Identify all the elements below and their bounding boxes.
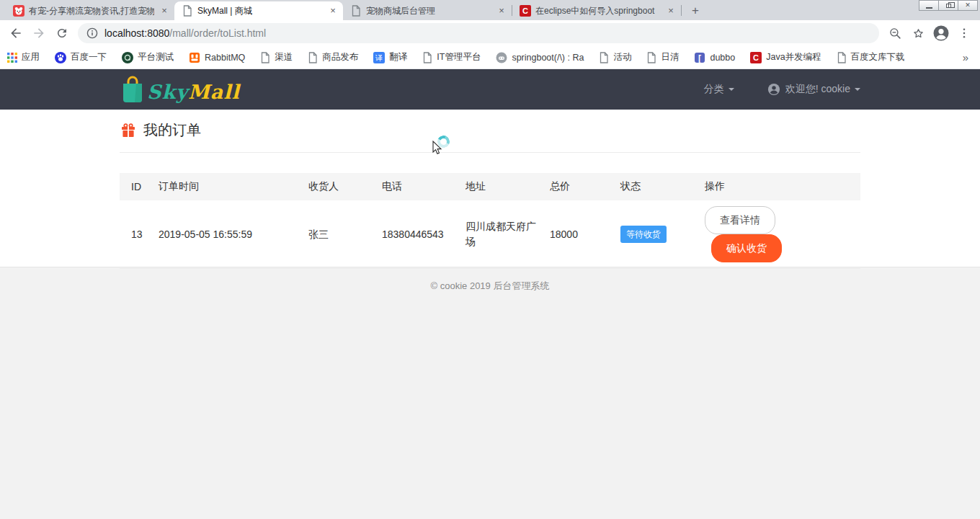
column-header-id: ID [120,173,153,200]
bookmark-dubbo[interactable]: [ dubbo [694,52,735,63]
svg-text:C: C [522,6,528,15]
tab-title: 有宠-分享潮流宠物资讯,打造宠物 [29,5,154,17]
nav-user-dropdown[interactable]: 欢迎您! cookie [767,83,860,96]
back-arrow-icon [9,26,23,40]
bookmark-platform-test[interactable]: 平台测试 [122,51,174,63]
footer-text: © cookie 2019 后台管理系统 [431,280,550,291]
dog-favicon-icon [13,5,24,17]
view-detail-button[interactable]: 查看详情 [705,206,775,234]
minimize-icon [926,7,932,9]
skymall-logo[interactable]: SkyMall [120,75,240,104]
zoom-indicator-button[interactable] [885,23,905,43]
cell-actions: 查看详情 确认收货 [699,200,860,269]
green-circle-icon [122,52,133,63]
orders-table: ID 订单时间 收货人 电话 地址 总价 状态 操作 13 2019-05-05… [120,173,860,269]
restore-icon [946,4,951,8]
bookmark-label: 商品发布 [322,51,358,63]
bookmark-it-platform[interactable]: IT管理平台 [422,51,481,63]
window-close-button[interactable]: ✕ [958,0,978,11]
logo-text: SkyMall [147,82,240,102]
svg-text:译: 译 [375,54,383,62]
forward-button[interactable] [29,23,49,43]
document-favicon-icon [350,5,362,17]
site-navbar: SkyMall 分类 欢迎您! cookie [0,69,980,110]
tab-title: 在eclipse中如何导入springboot [535,5,661,17]
document-icon [599,52,609,63]
tab-close-icon[interactable]: × [665,5,677,17]
tab-pet-admin[interactable]: 宠物商城后台管理 × [343,1,512,20]
bookmarks-overflow-chevron-icon[interactable]: » [958,51,973,63]
chevron-down-icon [729,88,734,94]
bookmark-apps[interactable]: 应用 [7,51,40,63]
bookmark-riqing[interactable]: 日清 [646,51,679,63]
new-tab-button[interactable]: + [686,1,705,20]
bookmark-product-publish[interactable]: 商品发布 [308,51,358,63]
bookmark-activity[interactable]: 活动 [599,51,631,63]
tab-strip: 有宠-分享潮流宠物资讯,打造宠物 × SkyMall | 商城 × 宠物商城后台… [0,0,980,20]
bookmark-label: 平台测试 [138,51,174,63]
svg-text:C: C [753,53,759,62]
nav-category-dropdown[interactable]: 分类 [704,83,734,96]
bookmark-rabbitmq[interactable]: RabbitMQ [189,52,245,63]
address-bar[interactable]: localhost:8080/mall/order/toList.html [78,23,879,43]
zoom-out-icon [888,27,902,40]
tab-close-icon[interactable]: × [159,5,170,17]
tab-separator [681,5,682,16]
column-header-actions: 操作 [699,173,860,200]
table-header-row: ID 订单时间 收货人 电话 地址 总价 状态 操作 [120,173,860,200]
column-header-receiver: 收货人 [303,173,376,200]
column-header-address: 地址 [460,173,544,200]
bookmark-baidu-wenku[interactable]: 百度文库下载 [837,51,905,63]
bookmark-translate[interactable]: 译 翻译 [373,51,407,63]
bookmark-springboot[interactable]: springboot(/\) : Ra [496,52,584,63]
bookmark-java-concurrency[interactable]: C Java并发编程 [750,51,821,63]
bookmark-label: IT管理平台 [437,51,481,63]
cell-order-time: 2019-05-05 16:55:59 [153,200,303,269]
cell-total-price: 18000 [544,200,615,269]
refresh-button[interactable] [52,23,72,43]
title-divider [120,152,860,153]
bookmark-baidu[interactable]: 百度一下 [55,51,107,63]
table-row: 13 2019-05-05 16:55:59 张三 18380446543 四川… [120,200,860,269]
tab-csdn-eclipse[interactable]: C 在eclipse中如何导入springboot × [512,1,681,20]
tab-close-icon[interactable]: × [496,5,507,17]
baidu-paw-icon [55,52,66,63]
bookmark-label: 百度一下 [71,51,107,63]
browser-menu-button[interactable] [954,23,974,43]
bookmark-label: 百度文库下载 [851,51,905,63]
three-dot-menu-icon [958,27,971,40]
column-header-total: 总价 [544,173,615,200]
avatar-icon [932,25,950,42]
forward-arrow-icon [32,26,46,40]
tab-youchong[interactable]: 有宠-分享潮流宠物资讯,打造宠物 × [6,1,174,20]
bookmark-star-button[interactable] [908,23,928,43]
cell-address: 四川成都天府广场 [460,200,544,269]
window-minimize-button[interactable] [919,0,939,11]
tab-close-icon[interactable]: × [327,5,339,17]
document-icon [422,52,432,63]
page-title: 我的订单 [143,120,201,140]
bookmark-channel[interactable]: 渠道 [260,51,293,63]
dubbo-icon: [ [694,52,705,63]
tab-skymall[interactable]: SkyMall | 商城 × [174,1,343,20]
bookmark-label: 应用 [22,51,40,63]
svg-text:[: [ [698,53,701,63]
back-button[interactable] [6,23,26,43]
welcome-label: 欢迎您! cookie [785,83,850,96]
bookmark-label: 日清 [661,51,679,63]
rabbitmq-icon [189,52,200,63]
close-icon: ✕ [965,2,971,9]
page-info-icon [86,27,98,39]
window-restore-button[interactable] [938,0,958,11]
page-footer: © cookie 2019 后台管理系统 [0,267,980,519]
csdn-icon: C [750,52,762,63]
bookmark-label: springboot(/\) : Ra [512,53,584,63]
browser-toolbar: localhost:8080/mall/order/toList.html [0,20,980,46]
document-icon [837,52,847,63]
confirm-receipt-button[interactable]: 确认收货 [711,234,782,262]
profile-avatar-button[interactable] [931,23,951,43]
user-circle-icon [767,83,780,96]
translate-icon: 译 [373,52,385,63]
url-path: /mall/order/toList.html [169,27,266,39]
gray-circle-icon [496,52,507,63]
